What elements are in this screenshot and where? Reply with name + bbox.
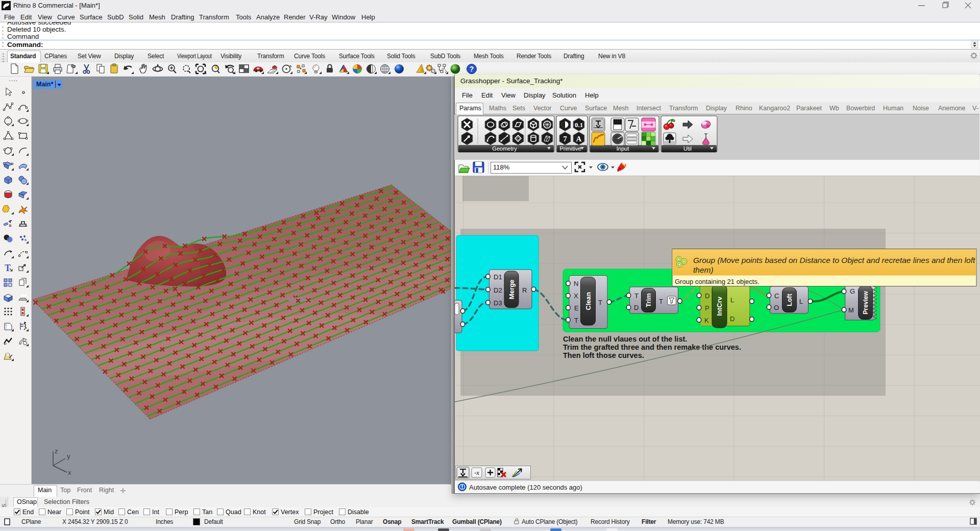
svg-text:C: C	[774, 292, 779, 300]
svg-text:K: K	[704, 317, 709, 324]
svg-text:Geometry: Geometry	[492, 146, 517, 152]
svg-text:E: E	[574, 304, 579, 312]
svg-text:D: D	[730, 315, 734, 323]
svg-text:IntCrv: IntCrv	[716, 296, 723, 316]
svg-text:O: O	[774, 304, 779, 311]
svg-text:A: A	[576, 135, 582, 143]
svg-text:Loft: Loft	[786, 294, 793, 306]
svg-text:Merge: Merge	[508, 280, 516, 299]
svg-text:X: X	[574, 292, 578, 300]
svg-text:Then loft those curves.: Then loft those curves.	[563, 351, 644, 359]
svg-text:Util: Util	[683, 146, 692, 152]
svg-text:z: z	[55, 447, 58, 455]
svg-text:Preview: Preview	[862, 291, 869, 314]
svg-text:Clean: Clean	[584, 292, 592, 310]
svg-text:D1: D1	[494, 273, 502, 281]
svg-text:?: ?	[470, 65, 474, 73]
svg-text:T: T	[634, 292, 639, 300]
svg-text:L: L	[730, 296, 734, 304]
svg-text:D: D	[705, 292, 709, 300]
svg-text:-x: -x	[474, 469, 479, 476]
svg-text:them): them)	[693, 266, 714, 274]
svg-text:y: y	[67, 452, 70, 460]
svg-text:N: N	[574, 280, 578, 287]
svg-text:Clean the null vlaues out of t: Clean the null vlaues out of the list.	[563, 335, 687, 343]
svg-text:Group containing 21 objects.: Group containing 21 objects.	[675, 278, 760, 285]
svg-text:L: L	[799, 298, 803, 305]
svg-text:R: R	[522, 286, 527, 294]
svg-text:x: x	[68, 469, 71, 476]
svg-text:T: T	[598, 299, 602, 306]
svg-text:T: T	[5, 263, 11, 273]
svg-text:Primitive: Primitive	[559, 146, 581, 152]
svg-text:7: 7	[563, 135, 567, 143]
svg-text:M: M	[848, 306, 854, 314]
svg-text:T: T	[574, 317, 578, 324]
svg-text:0.1: 0.1	[575, 121, 583, 129]
svg-text:D2: D2	[494, 286, 502, 294]
svg-text:Group (Move points based on Di: Group (Move points based on Distance to …	[693, 256, 975, 264]
svg-text:P: P	[705, 304, 709, 312]
svg-text:G: G	[850, 287, 855, 295]
svg-text:D: D	[634, 304, 639, 311]
svg-text:D3: D3	[494, 299, 502, 307]
svg-text:T: T	[659, 298, 663, 305]
svg-text:Trim: Trim	[645, 293, 652, 307]
svg-text:Input: Input	[617, 146, 629, 152]
